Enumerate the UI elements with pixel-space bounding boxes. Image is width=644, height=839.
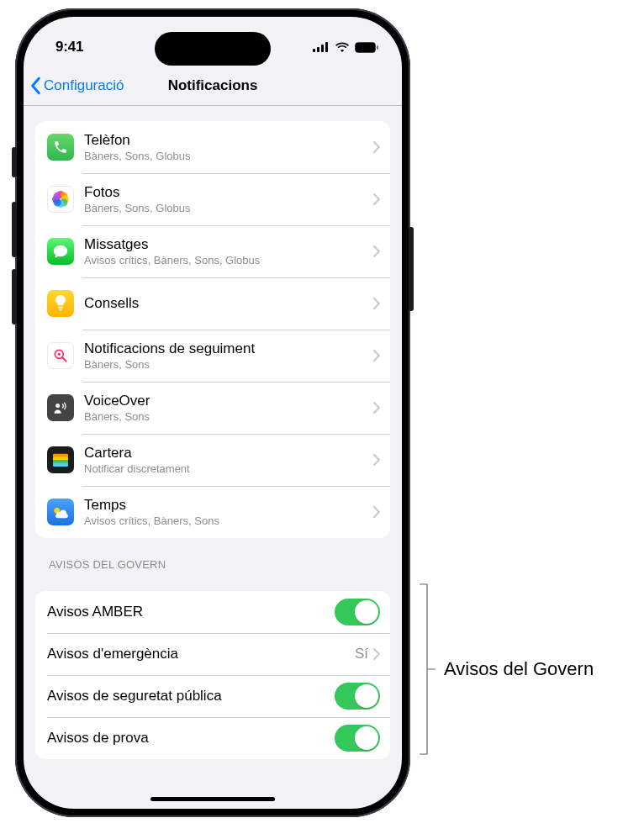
phone-frame: 9:41 Configuració Notificacions <box>15 8 410 817</box>
gov-row-public[interactable]: Avisos de seguretat pública <box>35 675 390 717</box>
chevron-right-icon <box>373 648 380 660</box>
dynamic-island <box>155 32 271 66</box>
volume-up-button <box>12 202 17 257</box>
power-button <box>409 227 414 311</box>
back-button[interactable]: Configuració <box>30 77 124 95</box>
gov-public-label: Avisos de seguretat pública <box>47 688 335 704</box>
app-title: Fotos <box>84 184 373 201</box>
app-title: Missatges <box>84 236 373 253</box>
gov-row-emergency[interactable]: Avisos d'emergència Sí <box>35 633 390 675</box>
gov-emergency-label: Avisos d'emergència <box>47 646 355 662</box>
app-subtitle: Avisos crítics, Bàners, Sons <box>84 514 373 528</box>
voiceover-icon <box>47 394 74 421</box>
svg-rect-3 <box>325 42 328 52</box>
app-subtitle: Bàners, Sons <box>84 410 373 424</box>
gov-row-amber[interactable]: Avisos AMBER <box>35 591 390 633</box>
app-title: Telèfon <box>84 132 373 149</box>
volume-down-button <box>12 269 17 325</box>
app-row-messages[interactable]: Missatges Avisos crítics, Bàners, Sons, … <box>35 225 390 277</box>
gov-amber-toggle[interactable] <box>335 599 380 625</box>
svg-rect-5 <box>356 44 374 51</box>
app-row-phone[interactable]: Telèfon Bàners, Sons, Globus <box>35 121 390 173</box>
svg-point-16 <box>58 353 61 356</box>
chevron-right-icon <box>373 454 380 466</box>
app-title: Temps <box>84 497 373 514</box>
photos-icon <box>47 186 74 213</box>
chevron-right-icon <box>373 506 380 518</box>
svg-rect-21 <box>53 463 68 467</box>
gov-test-toggle[interactable] <box>335 725 380 752</box>
gov-group: Avisos AMBER Avisos d'emergència Sí Avis… <box>35 591 390 759</box>
svg-rect-2 <box>321 45 324 52</box>
chevron-right-icon <box>373 245 380 257</box>
home-indicator[interactable] <box>150 797 275 801</box>
app-row-wallet[interactable]: Cartera Notificar discretament <box>35 434 390 486</box>
gov-section-header: Avisos del Govern <box>35 538 390 576</box>
gov-public-toggle[interactable] <box>335 683 380 710</box>
app-row-tracking[interactable]: Notificacions de seguiment Bàners, Sons <box>35 330 390 382</box>
page-title: Notificacions <box>168 77 258 94</box>
tips-icon <box>47 290 74 317</box>
nav-bar: Configuració Notificacions <box>24 66 402 106</box>
chevron-right-icon <box>373 350 380 361</box>
svg-point-14 <box>54 193 61 200</box>
apps-group: Telèfon Bàners, Sons, Globus <box>35 121 390 538</box>
app-row-weather[interactable]: Temps Avisos crítics, Bàners, Sons <box>35 486 390 538</box>
weather-icon <box>47 499 74 525</box>
gov-amber-label: Avisos AMBER <box>47 604 335 620</box>
wifi-icon <box>335 42 350 53</box>
app-title: Consells <box>84 295 373 312</box>
app-title: Cartera <box>84 445 373 462</box>
content-scroll[interactable]: Telèfon Bàners, Sons, Globus <box>24 106 402 809</box>
status-indicators <box>313 42 378 53</box>
battery-icon <box>355 42 378 53</box>
tracking-icon <box>47 342 74 369</box>
app-subtitle: Bàners, Sons <box>84 358 373 372</box>
chevron-right-icon <box>373 298 380 309</box>
app-title: Notificacions de seguiment <box>84 340 373 357</box>
svg-rect-6 <box>377 45 378 50</box>
app-subtitle: Bàners, Sons, Globus <box>84 150 373 163</box>
chevron-left-icon <box>30 77 42 95</box>
messages-icon <box>47 238 74 265</box>
gov-emergency-value: Sí <box>355 646 368 662</box>
callout-annotation: Avisos del Govern <box>419 583 594 755</box>
back-label: Configuració <box>44 77 124 94</box>
phone-icon <box>47 134 74 161</box>
svg-point-17 <box>55 404 60 408</box>
gov-test-label: Avisos de prova <box>47 730 335 747</box>
app-title: VoiceOver <box>84 393 373 409</box>
chevron-right-icon <box>373 141 380 153</box>
app-subtitle: Notificar discretament <box>84 462 373 476</box>
callout-label: Avisos del Govern <box>444 658 594 680</box>
app-row-tips[interactable]: Consells <box>35 277 390 330</box>
svg-rect-1 <box>317 47 319 52</box>
cellular-icon <box>313 42 330 52</box>
app-subtitle: Bàners, Sons, Globus <box>84 202 373 215</box>
app-row-photos[interactable]: Fotos Bàners, Sons, Globus <box>35 173 390 225</box>
svg-rect-0 <box>313 49 315 52</box>
app-row-voiceover[interactable]: VoiceOver Bàners, Sons <box>35 382 390 434</box>
chevron-right-icon <box>373 402 380 414</box>
side-button <box>12 147 17 177</box>
chevron-right-icon <box>373 193 380 205</box>
wallet-icon <box>47 446 74 473</box>
screen: 9:41 Configuració Notificacions <box>24 17 402 809</box>
gov-row-test[interactable]: Avisos de prova <box>35 717 390 759</box>
status-time: 9:41 <box>55 39 83 55</box>
app-subtitle: Avisos crítics, Bàners, Sons, Globus <box>84 254 373 267</box>
